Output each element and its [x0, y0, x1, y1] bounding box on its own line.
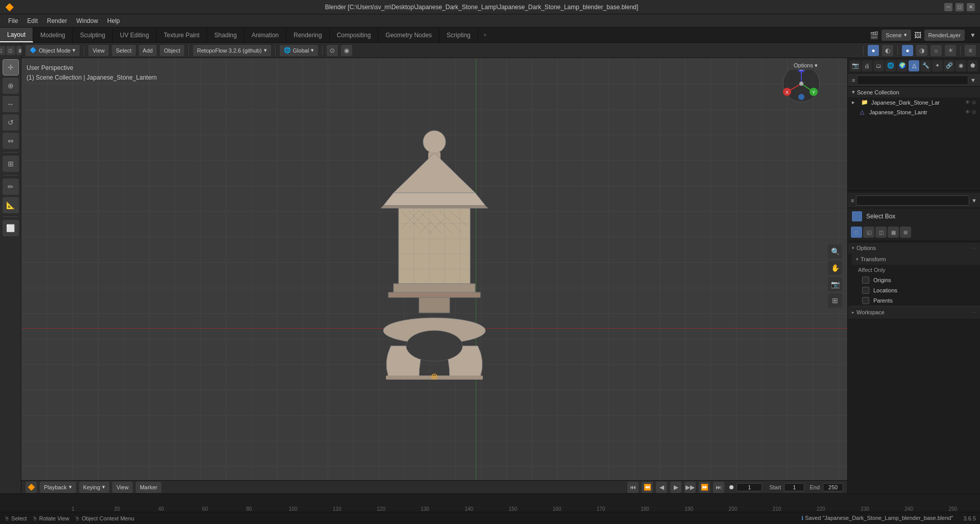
start-frame-input[interactable]: 1: [784, 483, 804, 491]
rp-constraint-icon[interactable]: 🔗: [944, 60, 954, 71]
outliner-item-1[interactable]: ▸ 📁 Japanese_Dark_Stone_Lar 👁 ⊙: [848, 97, 980, 107]
origins-checkbox[interactable]: [862, 277, 869, 284]
global-dropdown[interactable]: 🌐Global▾: [280, 45, 318, 56]
render-mode[interactable]: ☼: [930, 45, 942, 56]
frame-step-forward-btn[interactable]: ▶▶: [684, 482, 696, 493]
render-layer-dropdown[interactable]: RenderLayer: [924, 30, 965, 41]
scene-dropdown[interactable]: Scene▾: [881, 30, 911, 41]
outliner-filter-icon[interactable]: ▼: [970, 77, 976, 83]
tab-geometry-nodes[interactable]: Geometry Nodes: [378, 28, 439, 42]
panel-search-input[interactable]: [856, 195, 969, 206]
tab-add[interactable]: +: [478, 28, 492, 42]
scale-tool[interactable]: ⇔: [3, 133, 19, 149]
rp-output-icon[interactable]: 🖨: [862, 60, 872, 71]
tab-animation[interactable]: Animation: [244, 28, 286, 42]
rendered-mode[interactable]: ☀: [945, 45, 956, 56]
add-cube-tool[interactable]: ⬜: [3, 220, 19, 236]
end-frame-input[interactable]: 250: [823, 483, 843, 491]
rotate-tool[interactable]: ↺: [3, 114, 19, 131]
rp-world-icon[interactable]: 🌍: [897, 60, 908, 71]
snap-icon[interactable]: ⊙: [327, 45, 338, 56]
view-menu[interactable]: View: [88, 45, 109, 56]
solid-mode[interactable]: ●: [902, 45, 913, 56]
tab-shading[interactable]: Shading: [207, 28, 244, 42]
tab-uv-editing[interactable]: UV Editing: [113, 28, 157, 42]
menu-window[interactable]: Window: [72, 16, 102, 26]
rp-scene-icon[interactable]: 🌐: [885, 60, 896, 71]
tab-rendering[interactable]: Rendering: [286, 28, 329, 42]
panel-type-icon[interactable]: ≡: [851, 197, 854, 204]
current-frame-input[interactable]: 1: [737, 483, 762, 491]
outliner-item-2[interactable]: △ Japanese_Stone_Lantr 👁 ⊙: [848, 107, 980, 117]
select-mode-5[interactable]: ⊞: [900, 227, 911, 238]
select-menu[interactable]: Select: [112, 45, 136, 56]
viewport-marker[interactable]: Marker: [136, 482, 161, 493]
parents-checkbox[interactable]: [862, 297, 869, 304]
camera-icon[interactable]: 📷: [828, 277, 842, 291]
rp-data-icon[interactable]: ◉: [955, 60, 966, 71]
cursor-tool[interactable]: ⊕: [3, 78, 19, 94]
rp-modifier-icon[interactable]: 🔧: [920, 60, 931, 71]
select-mode-2[interactable]: ◱: [863, 227, 874, 238]
xray-icon[interactable]: ◐: [882, 45, 893, 56]
frame-start-btn[interactable]: ⏮: [627, 482, 639, 493]
material-mode[interactable]: ◑: [916, 45, 927, 56]
tab-layout[interactable]: Layout: [0, 28, 33, 42]
tab-modeling[interactable]: Modeling: [33, 28, 73, 42]
move-tool[interactable]: ↔: [3, 96, 19, 112]
more-icon[interactable]: ≡: [965, 45, 976, 56]
select-mode-4[interactable]: ▦: [888, 227, 899, 238]
tab-compositing[interactable]: Compositing: [330, 28, 379, 42]
origins-row[interactable]: Origins: [852, 275, 980, 285]
options-section-title[interactable]: ▾ Options ⋯: [848, 242, 980, 254]
options-button[interactable]: Options ▾: [790, 61, 822, 70]
tab-scripting[interactable]: Scripting: [439, 28, 478, 42]
panel-more-icon[interactable]: ▼: [971, 197, 977, 204]
outliner-search[interactable]: [857, 76, 968, 85]
mode-icon-2[interactable]: ◱: [0, 46, 5, 55]
overlay-icon[interactable]: ●: [868, 45, 879, 56]
frame-next-btn[interactable]: ⏩: [699, 482, 710, 493]
addon-dropdown[interactable]: RetopoFlow 3.2.6 (github)▾: [193, 45, 271, 56]
menu-file[interactable]: File: [4, 16, 22, 26]
mode-icon-3[interactable]: ◫: [6, 46, 15, 55]
locations-checkbox[interactable]: [862, 287, 869, 294]
measure-tool[interactable]: 📐: [3, 197, 19, 213]
close-button[interactable]: ✕: [967, 3, 975, 11]
mode-dropdown[interactable]: 🔷Object Mode▾: [26, 45, 80, 56]
viewport[interactable]: User Perspective (1) Scene Collection | …: [21, 58, 847, 493]
menu-render[interactable]: Render: [43, 16, 71, 26]
filter-icon[interactable]: ▼: [968, 32, 976, 39]
select-mode-1[interactable]: □: [851, 227, 862, 238]
frame-prev-btn[interactable]: ⏪: [642, 482, 653, 493]
play-btn[interactable]: ▶: [670, 482, 681, 493]
maximize-button[interactable]: □: [955, 3, 964, 11]
parents-row[interactable]: Parents: [852, 295, 980, 306]
viewport-view[interactable]: View: [112, 482, 133, 493]
viewport-playback[interactable]: Playback▾: [40, 482, 76, 493]
transform-tool[interactable]: ⊞: [3, 156, 19, 172]
transform-section-title[interactable]: ▾ Transform: [852, 254, 980, 265]
tab-sculpting[interactable]: Sculpting: [73, 28, 113, 42]
rp-object-icon[interactable]: △: [909, 60, 919, 71]
proportional-icon[interactable]: ◉: [341, 45, 352, 56]
annotate-tool[interactable]: ✏: [3, 179, 19, 195]
hand-icon[interactable]: ✋: [828, 261, 842, 275]
frame-end-btn[interactable]: ⏭: [713, 482, 724, 493]
zoom-icon[interactable]: 🔍: [828, 244, 842, 259]
menu-edit[interactable]: Edit: [23, 16, 42, 26]
orthographic-icon[interactable]: ⊞: [828, 293, 842, 308]
select-mode-3[interactable]: ◫: [875, 227, 887, 238]
frame-step-back-btn[interactable]: ◀: [656, 482, 667, 493]
menu-help[interactable]: Help: [103, 16, 124, 26]
select-tool[interactable]: ✛: [3, 59, 19, 76]
rp-particles-icon[interactable]: ✦: [932, 60, 943, 71]
window-controls[interactable]: ─ □ ✕: [944, 3, 975, 11]
viewport-keying[interactable]: Keying▾: [79, 482, 110, 493]
locations-row[interactable]: Locations: [852, 285, 980, 295]
viewport-type-icon[interactable]: 🔶: [26, 482, 37, 493]
minimize-button[interactable]: ─: [944, 3, 952, 11]
add-menu[interactable]: Add: [139, 45, 157, 56]
tab-texture-paint[interactable]: Texture Paint: [157, 28, 207, 42]
outliner-type-icon[interactable]: ≡: [852, 77, 855, 83]
